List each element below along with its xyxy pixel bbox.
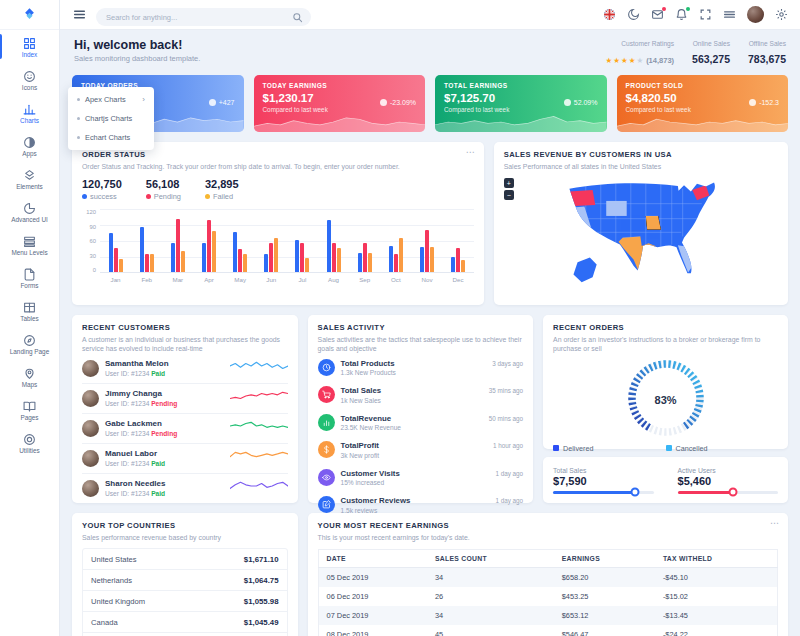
customer-avatar — [82, 360, 99, 377]
sidebar-item-maps[interactable]: Maps — [0, 360, 59, 393]
map-zoom-in-button[interactable]: + — [504, 178, 514, 188]
bar-chart-plot — [100, 209, 474, 273]
card-wave-chart — [254, 114, 426, 132]
sidebar-item-advanced-ui[interactable]: Advanced UI — [0, 195, 59, 228]
customer-name: Gabe Lackmen — [105, 419, 177, 428]
dropdown-item-chartjs-charts[interactable]: Chartjs Charts — [68, 109, 154, 128]
legend-square-icon — [553, 445, 559, 451]
activity-time: 1 day ago — [495, 469, 523, 477]
bar-success — [202, 243, 206, 272]
page-subtitle: Sales monitoring dashboard template. — [74, 54, 200, 63]
app-logo[interactable] — [0, 0, 59, 30]
customer-row-gabe-lackmen[interactable]: Gabe Lackmen User ID: #1234 Pending — [82, 414, 288, 444]
eye-icon — [318, 469, 335, 486]
customer-status: Paid — [151, 370, 165, 377]
rows-icon — [23, 234, 36, 247]
sidebar-item-tables[interactable]: Tables — [0, 294, 59, 327]
customer-meta: User ID: #1234 Paid — [105, 490, 165, 497]
customer-sparkline-chart — [230, 449, 288, 467]
country-row-united-kingdom: United Kingdom $1,055.98 — [83, 591, 287, 612]
user-avatar[interactable] — [747, 6, 764, 23]
cell-earnings: $546.47 — [554, 625, 655, 636]
dropdown-item-apex-charts[interactable]: Apex Charts › — [68, 90, 154, 109]
stat-card-badge: -152.3 — [749, 99, 779, 106]
earnings-table: DATESALES COUNTEARNINGSTAX WITHELD 05 De… — [318, 549, 778, 636]
bullet-icon — [77, 117, 80, 120]
sidebar-item-apps[interactable]: Apps — [0, 129, 59, 162]
more-options-icon[interactable]: ⋯ — [466, 147, 475, 157]
customer-row-samantha-melon[interactable]: Samantha Melon User ID: #1234 Paid — [82, 354, 288, 384]
sidebar-item-label: Forms — [20, 282, 38, 289]
bar-success — [420, 247, 424, 272]
sidebar-item-label: Apps — [22, 150, 37, 157]
usa-map-card: SALES REVENUE BY CUSTOMERS IN USA Sales … — [494, 142, 788, 305]
slider-track[interactable] — [678, 491, 778, 494]
uk-flag-icon[interactable] — [603, 8, 616, 21]
bar-pending — [145, 254, 149, 272]
search-input[interactable] — [96, 8, 311, 26]
sidebar-item-label: Icons — [22, 84, 37, 91]
customer-avatar — [82, 390, 99, 407]
cell-sales-count: 45 — [427, 625, 554, 636]
sidebar-item-utilities[interactable]: Utilities — [0, 426, 59, 459]
state-alaska — [574, 258, 597, 283]
sidebar-item-elements[interactable]: Elements — [0, 162, 59, 195]
customer-status: Pending — [151, 430, 177, 437]
slider-handle[interactable] — [728, 488, 737, 497]
country-revenue: $1,671.10 — [244, 555, 279, 564]
bar-group-may — [225, 209, 256, 272]
sidebar-toggle-button[interactable] — [72, 8, 86, 22]
sidebar-item-label: Advanced UI — [11, 216, 48, 223]
sidebar-item-index[interactable]: Index — [0, 30, 59, 63]
order-stat-label: Failed — [213, 192, 233, 201]
slider-track[interactable] — [553, 491, 653, 494]
sidebar-item-menu-levels[interactable]: Menu Levels — [0, 228, 59, 261]
circle-half-icon — [23, 135, 36, 148]
search-box — [96, 6, 311, 24]
badge-circle-icon — [564, 99, 571, 106]
customer-row-jimmy-changa[interactable]: Jimmy Changa User ID: #1234 Pending — [82, 384, 288, 414]
cell-earnings: $653.12 — [554, 606, 655, 625]
sidebar-item-landing-page[interactable]: Landing Page — [0, 327, 59, 360]
sidebar-item-charts[interactable]: Charts — [0, 96, 59, 129]
bar-failed — [305, 258, 309, 272]
more-options-icon[interactable]: ⋯ — [770, 518, 779, 528]
dark-mode-moon-icon[interactable] — [627, 8, 640, 21]
right-panel-menu-icon[interactable] — [723, 8, 736, 21]
usa-map[interactable] — [504, 175, 778, 291]
welcome-stat-online-sales: Online Sales563,275 — [692, 40, 730, 67]
fullscreen-icon[interactable] — [699, 8, 712, 21]
map-zoom-out-button[interactable]: − — [504, 190, 514, 200]
activity-time: 35 mins ago — [489, 386, 523, 394]
dropdown-item-echart-charts[interactable]: Echart Charts — [68, 128, 154, 147]
customer-row-manuel-labor[interactable]: Manuel Labor User ID: #1234 Paid — [82, 444, 288, 474]
legend-label: Delivered — [563, 444, 593, 453]
cell-earnings: $658.20 — [554, 568, 655, 588]
column-header-tax-witheld: TAX WITHELD — [655, 550, 778, 568]
cell-sales-count: 34 — [427, 568, 554, 588]
country-name: United Kingdom — [91, 597, 145, 606]
bar-success — [327, 220, 331, 272]
dashboard-app: Index Icons Charts Apps Elements Advance… — [0, 0, 800, 636]
sidebar-item-pages[interactable]: Pages — [0, 393, 59, 426]
slider-handle[interactable] — [631, 488, 640, 497]
bar-success — [109, 233, 113, 272]
state-florida — [678, 246, 692, 273]
clock-icon — [318, 359, 335, 376]
order-status-title: ORDER STATUS — [82, 150, 474, 159]
slider-value: $7,590 — [553, 475, 653, 487]
notifications-bell-icon[interactable] — [675, 8, 688, 21]
rating-count: (14,873) — [646, 56, 674, 65]
bar-failed — [399, 238, 403, 272]
settings-gear-icon[interactable] — [775, 8, 788, 21]
sidebar-item-icons[interactable]: Icons — [0, 63, 59, 96]
customer-row-sharon-needles[interactable]: Sharon Needles User ID: #1234 Paid — [82, 474, 288, 503]
sales-activity-description: Sales activities are the tactics that sa… — [318, 335, 524, 354]
cart-icon — [318, 386, 335, 403]
messages-icon[interactable] — [651, 8, 664, 21]
logo-diamond-icon — [22, 7, 37, 22]
sidebar-item-forms[interactable]: Forms — [0, 261, 59, 294]
file-icon — [23, 267, 36, 280]
row-bottom: YOUR TOP COUNTRIES Sales performance rev… — [72, 513, 788, 636]
legend-label: Cancelled — [676, 444, 708, 453]
